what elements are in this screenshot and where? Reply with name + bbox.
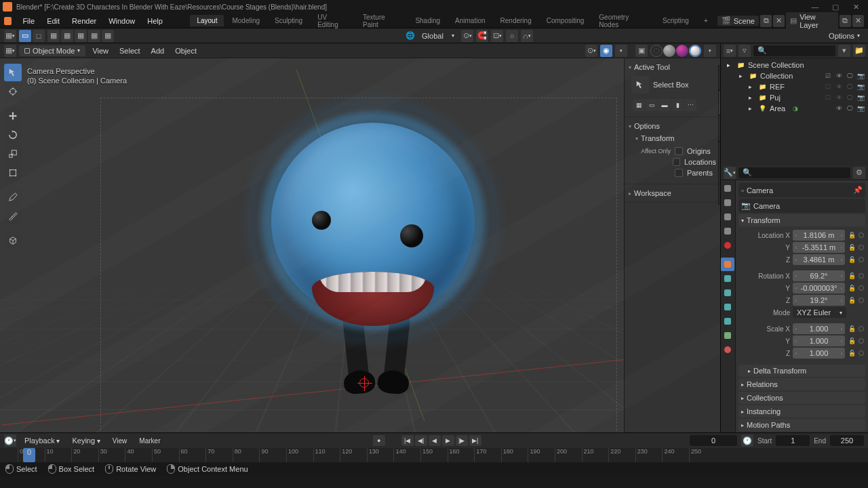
hide-icon[interactable]: 👁 <box>834 93 844 102</box>
keyframe-next-icon[interactable]: |▶ <box>456 435 468 446</box>
keyframe-dot[interactable] <box>859 326 864 331</box>
play-icon[interactable]: ▶ <box>442 435 454 446</box>
lock-icon[interactable]: 🔓 <box>848 325 856 332</box>
drag-z-icon[interactable]: ▮ <box>671 99 684 111</box>
play-reverse-icon[interactable]: ◀ <box>429 435 441 446</box>
tool-scale[interactable] <box>4 145 22 163</box>
n-tab-screencast[interactable]: Screencast Keys <box>718 142 720 205</box>
tool-annotate[interactable] <box>4 188 22 206</box>
snap-icon[interactable]: ▦ <box>47 30 60 42</box>
jump-end-icon[interactable]: ▶| <box>469 435 481 446</box>
overlays-toggle-icon[interactable]: ◉ <box>600 45 612 57</box>
end-frame-field[interactable]: 250 <box>830 435 864 446</box>
tab-object-icon[interactable] <box>721 258 734 271</box>
lock-icon[interactable]: 🔓 <box>848 244 856 251</box>
motion-paths-header[interactable]: ▸Motion Paths <box>738 419 865 431</box>
snap4-icon[interactable]: ▦ <box>88 30 100 42</box>
snap5-icon[interactable]: ▦ <box>102 30 114 42</box>
active-tool-header[interactable]: ▾Active Tool <box>629 61 716 73</box>
tab-particles-icon[interactable] <box>721 286 734 300</box>
lock-icon[interactable]: 🔓 <box>848 338 856 344</box>
lock-icon[interactable]: 🔓 <box>848 297 856 304</box>
render-icon[interactable]: 📷 <box>856 71 865 81</box>
tab-material-icon[interactable] <box>721 343 734 357</box>
workspace-tab-compositing[interactable]: Compositing <box>540 15 591 26</box>
lock-icon[interactable]: 🔓 <box>848 232 856 239</box>
viewlayer-selector[interactable]: ▤ View Layer <box>786 12 838 30</box>
menu-window[interactable]: Window <box>103 16 140 26</box>
keyframe-dot[interactable] <box>859 285 864 291</box>
tab-data-icon[interactable] <box>721 329 734 342</box>
outliner-root[interactable]: ▸ 📁 Scene Collection <box>721 60 868 70</box>
exclude-checkbox[interactable]: ☐ <box>823 82 833 92</box>
lock-icon[interactable]: 🔓 <box>848 350 856 357</box>
disable-icon[interactable]: 🖵 <box>845 71 854 81</box>
workspace-tab-sculpting[interactable]: Sculpting <box>268 15 309 26</box>
maximize-button[interactable]: ▢ <box>826 1 845 13</box>
snap2-icon[interactable]: ▦ <box>61 30 73 42</box>
shading-material-icon[interactable] <box>676 45 688 57</box>
tool-move[interactable] <box>4 107 22 125</box>
scale-x-field[interactable]: ‹1.000› <box>793 323 845 334</box>
gizmo-toggle-icon[interactable]: ⊙▾ <box>585 45 597 57</box>
rotation-z-field[interactable]: ‹19.2°› <box>793 295 845 306</box>
disable-icon[interactable]: 🖵 <box>845 104 854 113</box>
keyframe-dot[interactable] <box>859 273 864 279</box>
overlays-menu-icon[interactable]: ▾ <box>615 45 627 57</box>
menu-file[interactable]: File <box>17 16 40 26</box>
drag-y-icon[interactable]: ▬ <box>658 99 671 111</box>
new-layer-button[interactable]: ⧉ <box>840 15 851 27</box>
transform-subheader[interactable]: ▾Transform <box>629 132 716 144</box>
select-tweak-icon[interactable]: ▭ <box>19 30 31 42</box>
close-button[interactable]: ✕ <box>846 1 865 13</box>
disclosure-icon[interactable]: ▸ <box>745 82 755 92</box>
n-tab-tool[interactable]: Tool <box>718 90 720 115</box>
drag-x-icon[interactable]: ▭ <box>646 99 658 111</box>
snap3-icon[interactable]: ▦ <box>75 30 87 42</box>
vp-menu-select[interactable]: Select <box>115 45 144 56</box>
tab-render-icon[interactable] <box>721 182 734 195</box>
disclosure-icon[interactable]: ▸ <box>745 104 755 113</box>
workspace-tab-modeling[interactable]: Modeling <box>225 15 267 26</box>
render-icon[interactable]: 📷 <box>856 82 865 92</box>
n-tab-view[interactable]: View <box>718 115 720 142</box>
tab-physics-icon[interactable] <box>721 300 734 314</box>
editor-selector-icon[interactable]: ▦▾ <box>4 45 16 57</box>
start-frame-field[interactable]: 1 <box>776 435 810 446</box>
3d-viewport[interactable]: Camera Perspective (0) Scene Collection … <box>0 58 720 432</box>
properties-type-icon[interactable]: 🔧▾ <box>724 167 736 179</box>
location-x-field[interactable]: ‹1.8106 m› <box>793 230 845 241</box>
rotation-y-field[interactable]: ‹-0.000003°› <box>793 283 845 293</box>
outliner-display-icon[interactable]: ▿ <box>738 45 751 57</box>
n-tab-item[interactable]: Item <box>718 65 720 90</box>
exclude-checkbox[interactable]: ☐ <box>823 93 833 102</box>
outliner-search[interactable]: 🔍 <box>753 45 835 56</box>
keyframe-dot[interactable] <box>859 298 864 303</box>
playhead[interactable]: 0 <box>23 448 35 462</box>
keyframe-dot[interactable] <box>859 338 864 344</box>
outliner-filter-icon[interactable]: ▾ <box>838 45 850 57</box>
disable-icon[interactable]: 🖵 <box>845 82 854 92</box>
menu-edit[interactable]: Edit <box>41 16 65 26</box>
prop-falloff-icon[interactable]: ∩▾ <box>521 30 533 42</box>
outliner-item[interactable]: ▸ 📁 Puj ☐ 👁 🖵 📷 <box>721 92 868 103</box>
snap-toggle-icon[interactable]: 🧲 <box>476 30 488 42</box>
workspace-tab-rendering[interactable]: Rendering <box>494 15 538 26</box>
orientation-select[interactable]: Global▾ <box>418 30 458 41</box>
hide-icon[interactable]: 👁 <box>834 104 844 113</box>
tool-measure[interactable] <box>4 207 22 225</box>
pivot-icon[interactable]: ⊙▾ <box>461 30 473 42</box>
scale-y-field[interactable]: ‹1.000› <box>793 336 845 346</box>
keyframe-dot[interactable] <box>859 232 864 238</box>
scale-z-field[interactable]: ‹1.000› <box>793 348 845 359</box>
workspace-header[interactable]: ▸Workspace <box>629 187 716 199</box>
object-name-field[interactable]: 📷 Camera <box>738 199 865 213</box>
new-scene-button[interactable]: ⧉ <box>760 15 772 27</box>
workspace-tab-uv[interactable]: UV Editing <box>311 12 355 30</box>
location-y-field[interactable]: ‹-5.3511 m› <box>793 242 845 253</box>
keyframe-dot[interactable] <box>859 245 864 250</box>
outliner-tree[interactable]: ▸ 📁 Scene Collection ▸ 📁 Collection ☑ 👁 … <box>721 58 868 165</box>
scene-selector[interactable]: 🎬 Scene <box>717 16 759 26</box>
parents-checkbox[interactable] <box>675 169 683 177</box>
transform-panel-header[interactable]: ▾Transform <box>738 214 865 226</box>
